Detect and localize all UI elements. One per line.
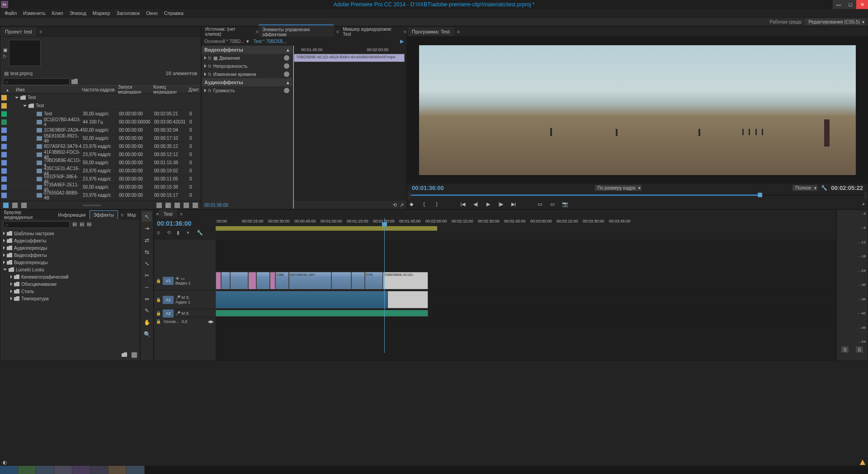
mark-in-button[interactable]: {: [420, 200, 428, 208]
program-video-frame[interactable]: [419, 45, 856, 175]
new-bin-icon[interactable]: [175, 203, 180, 208]
fx-linked-label[interactable]: Test * 70BD5B...: [254, 39, 287, 44]
timeline-playhead[interactable]: [384, 218, 385, 353]
effects-search-input[interactable]: [3, 221, 70, 228]
browser-tab[interactable]: Мар: [123, 211, 140, 219]
menu-Справка[interactable]: Справка: [161, 9, 186, 17]
project-tab[interactable]: Проект: test: [0, 27, 37, 36]
sequence-tab[interactable]: Test: [159, 209, 177, 218]
effects-tree-item[interactable]: Кинематографический: [0, 273, 140, 280]
reset-icon[interactable]: [284, 63, 289, 69]
settings-icon[interactable]: ▾: [187, 230, 193, 236]
fx-type-icon[interactable]: ▤: [72, 221, 77, 228]
master-track-header[interactable]: 🔒 Основ... 0,0 ◀ ▶: [154, 318, 216, 326]
go-to-out-button[interactable]: ▶|: [509, 200, 518, 208]
fx-item[interactable]: fxИзменение времени: [202, 70, 292, 78]
fx-playhead[interactable]: [293, 46, 294, 209]
menu-Файл[interactable]: Файл: [2, 9, 19, 17]
col-start[interactable]: Запуск медиаданн: [118, 85, 153, 95]
lift-button[interactable]: ▭: [536, 200, 544, 208]
timeline-clip[interactable]: [351, 272, 365, 289]
linked-selection-icon[interactable]: ⟲: [167, 230, 173, 236]
audio-effects-header[interactable]: Аудиоэффекты▴: [202, 78, 292, 86]
timeline-ruler[interactable]: :00:0000:00:15:0000:00:30:0000:00:45:000…: [216, 218, 836, 226]
close-button[interactable]: ✕: [856, 0, 868, 9]
timeline-timecode[interactable]: 00:01:36:00: [157, 220, 213, 227]
clip-row[interactable]: 70BD5B9E-6C1D-4 50,00 кадр/c 00:00:00:00…: [0, 159, 201, 167]
fx-export-icon[interactable]: ↗: [400, 202, 404, 208]
timeline-clip[interactable]: [387, 291, 428, 308]
new-bin-icon[interactable]: [122, 352, 127, 357]
timeline-clip[interactable]: [248, 272, 256, 289]
workspace-dropdown[interactable]: Редактирование (CS5.5): [805, 19, 865, 25]
col-end[interactable]: Конец медиаданн: [153, 85, 189, 95]
folder-icon[interactable]: [71, 79, 78, 84]
icon-view-icon[interactable]: [12, 203, 18, 208]
slip-tool[interactable]: ↔: [142, 282, 152, 292]
zoom-slider[interactable]: [83, 204, 101, 206]
effects-tree-item[interactable]: Lumetri Looks: [0, 266, 140, 273]
fx-source-label[interactable]: Основной * 70BD...: [204, 39, 245, 44]
timeline-clip[interactable]: fx70BD5B9E-6C1D-: [383, 272, 428, 289]
reset-icon[interactable]: [284, 71, 289, 77]
track-select-tool[interactable]: ⇥: [142, 223, 152, 233]
play-icon[interactable]: ▷: [3, 53, 7, 58]
warning-icon[interactable]: [860, 460, 865, 465]
program-tab[interactable]: Программа: Test: [407, 27, 454, 36]
clip-row[interactable]: 9735A9EF-2E11-45 50,00 кадр/c 00:00:00:0…: [0, 183, 201, 191]
clip-row[interactable]: 1C8E9B0F-2A2A-4 50,00 кадр/c 00:00:00:00…: [0, 126, 201, 134]
menu-Эпизод[interactable]: Эпизод: [67, 9, 89, 17]
fx-type-icon[interactable]: ▤: [87, 221, 91, 228]
work-area-bar[interactable]: [216, 226, 437, 231]
delete-icon[interactable]: [132, 352, 137, 358]
program-fit-dropdown[interactable]: По размеру кадра: [595, 185, 642, 191]
menu-Изменить[interactable]: Изменить: [20, 9, 48, 17]
panel-menu-icon[interactable]: ≡: [180, 211, 183, 217]
project-search-input[interactable]: [3, 78, 70, 85]
col-name[interactable]: Имя: [14, 87, 82, 92]
fx-item[interactable]: fx▦Движение: [202, 54, 292, 62]
rolling-edit-tool[interactable]: ⇆: [142, 247, 152, 257]
add-marker-button[interactable]: ◆: [407, 200, 415, 208]
mark-out-button[interactable]: }: [433, 200, 441, 208]
effects-tree-item[interactable]: Видеопереходы: [0, 259, 140, 266]
lock-icon[interactable]: 🔒: [156, 279, 161, 283]
add-button[interactable]: +: [859, 200, 868, 208]
solo-button[interactable]: S: [856, 346, 863, 353]
search-icon[interactable]: ⌕: [165, 203, 171, 208]
track-v1[interactable]: fxCB8fx8D7A5F62-3A7fxFFEfx70BD5B9E-6C1D-: [216, 271, 836, 290]
reset-icon[interactable]: [284, 55, 289, 61]
effects-tree-item[interactable]: Шаблоны настроек: [0, 230, 140, 237]
menu-Заголовок[interactable]: Заголовок: [114, 9, 143, 17]
clip-row[interactable]: 41F3BB02-FDC0-48 23,976 кадр/c 00:00:00:…: [0, 151, 201, 159]
timeline-clip[interactable]: [221, 272, 230, 289]
info-icon[interactable]: ◐: [3, 460, 7, 465]
effects-tree-item[interactable]: Обесцвечивание: [0, 280, 140, 288]
program-scrubber[interactable]: [411, 192, 864, 199]
clip-row[interactable]: 05E816DE-8921-48 50,00 кадр/c 00:00:00:0…: [0, 134, 201, 142]
solo-button[interactable]: S: [841, 346, 848, 353]
track-a2[interactable]: [216, 309, 836, 318]
clip-row[interactable]: 435C1E31-AC16-44 23,976 кадр/c 00:00:00:…: [0, 167, 201, 175]
clip-row[interactable]: Test 30,00 кадр/c 00:00:00:00 00:02:05:2…: [0, 110, 201, 118]
clip-row[interactable]: 076550A2-B8B9-4B 23,976 кадр/c 00:00:00:…: [0, 191, 201, 199]
new-item-icon[interactable]: [184, 203, 189, 208]
export-frame-button[interactable]: 📷: [561, 200, 569, 208]
freeform-view-icon[interactable]: [21, 203, 27, 208]
fx-type-icon[interactable]: ▤: [80, 221, 84, 228]
timeline-clip[interactable]: fxCB8: [275, 272, 289, 289]
effects-tree-item[interactable]: Температура: [0, 295, 140, 302]
track-header-v1[interactable]: 🔒 V1 👁 ▭ Видео 1: [154, 271, 216, 290]
program-quality-dropdown[interactable]: Полное: [793, 185, 817, 191]
clip-row[interactable]: 0C1ED7B0-A4D3-4 44 100 Гц 00:00:00:00000…: [0, 118, 201, 126]
reset-icon[interactable]: [284, 88, 289, 93]
clip-row[interactable]: 8D7A5F62-3A79-4 23,976 кадр/c 00:00:00:0…: [0, 142, 201, 151]
browser-tab[interactable]: Информация: [54, 211, 89, 219]
track-header-a1[interactable]: 🔒 A1 🎤 M S Аудио 1: [154, 290, 216, 309]
play-button[interactable]: ▶: [484, 200, 492, 208]
pen-tool[interactable]: ✎: [142, 306, 152, 316]
maximize-button[interactable]: □: [844, 0, 856, 9]
lock-icon[interactable]: 🔒: [156, 298, 161, 302]
auto-match-icon[interactable]: [156, 203, 162, 208]
wrench-icon[interactable]: 🔧: [197, 230, 203, 236]
